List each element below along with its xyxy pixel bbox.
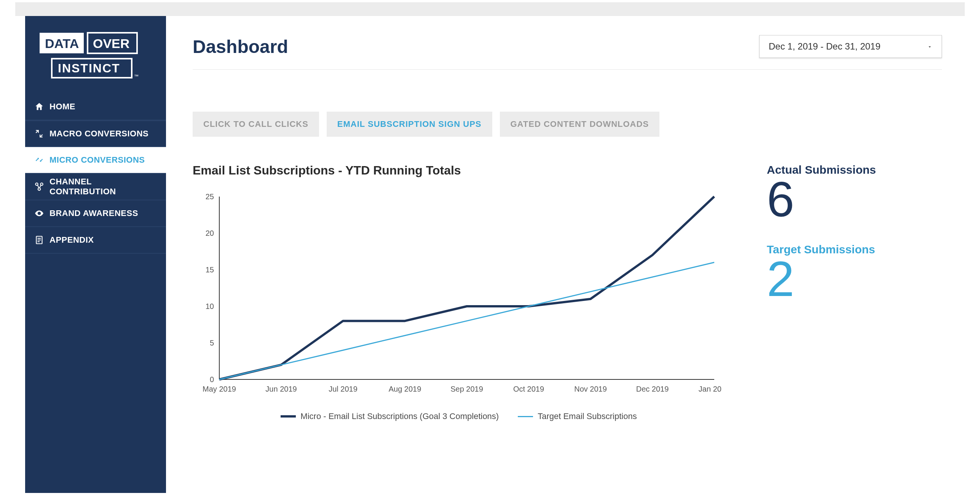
stat-target-value: 2 — [767, 254, 942, 304]
svg-text:Dec 2019: Dec 2019 — [636, 385, 669, 393]
brand-instinct-text: INSTINCT — [58, 61, 120, 75]
brand-over-text: OVER — [93, 36, 129, 51]
legend-label: Target Email Subscriptions — [538, 411, 637, 421]
home-icon — [34, 102, 44, 112]
line-chart: 0510152025May 2019Jun 2019Jul 2019Aug 20… — [193, 189, 722, 402]
sidebar-item-brand-awareness[interactable]: BRAND AWARENESS — [25, 200, 166, 227]
sidebar-item-label: MACRO CONVERSIONS — [49, 129, 148, 139]
sidebar-item-label: BRAND AWARENESS — [49, 208, 138, 218]
tab-email-subscription[interactable]: EMAIL SUBSCRIPTION SIGN UPS — [327, 112, 492, 137]
legend-item-actual: Micro - Email List Subscriptions (Goal 3… — [281, 411, 499, 421]
app-root: DATA OVER INSTINCT ™ HOME MACRO CONVERSI… — [0, 0, 980, 496]
appendix-icon — [34, 235, 44, 245]
chart-column: Email List Subscriptions - YTD Running T… — [193, 163, 725, 421]
sidebar-item-label: CHANNEL CONTRIBUTION — [49, 177, 157, 197]
brand-logo: DATA OVER INSTINCT ™ — [25, 16, 166, 94]
tab-click-to-call[interactable]: CLICK TO CALL CLICKS — [193, 112, 319, 137]
sidebar-item-home[interactable]: HOME — [25, 94, 166, 120]
sidebar-item-macro-conversions[interactable]: MACRO CONVERSIONS — [25, 120, 166, 147]
macro-icon — [34, 129, 44, 139]
channel-icon — [34, 182, 44, 192]
svg-text:25: 25 — [206, 192, 214, 201]
sidebar-item-label: HOME — [49, 102, 75, 112]
svg-text:Jun 2019: Jun 2019 — [265, 385, 297, 393]
svg-text:5: 5 — [210, 339, 214, 347]
legend-swatch-navy — [281, 415, 296, 418]
stat-actual-value: 6 — [767, 174, 942, 224]
date-range-text: Dec 1, 2019 - Dec 31, 2019 — [769, 41, 881, 52]
sidebar-item-appendix[interactable]: APPENDIX — [25, 227, 166, 254]
tabs: CLICK TO CALL CLICKS EMAIL SUBSCRIPTION … — [193, 112, 942, 137]
sidebar-item-micro-conversions[interactable]: MICRO CONVERSIONS — [25, 147, 166, 174]
sidebar-item-label: APPENDIX — [49, 235, 94, 245]
svg-text:20: 20 — [206, 229, 214, 237]
chart-legend: Micro - Email List Subscriptions (Goal 3… — [193, 411, 725, 421]
sidebar-item-label: MICRO CONVERSIONS — [49, 155, 145, 165]
eye-icon — [34, 208, 44, 218]
header-row: Dashboard Dec 1, 2019 - Dec 31, 2019 — [193, 35, 942, 70]
sidebar-item-channel-contribution[interactable]: CHANNEL CONTRIBUTION — [25, 174, 166, 200]
date-range-picker[interactable]: Dec 1, 2019 - Dec 31, 2019 — [759, 35, 942, 58]
svg-text:Sep 2019: Sep 2019 — [450, 385, 483, 393]
svg-text:0: 0 — [210, 375, 214, 384]
caret-down-icon — [927, 41, 932, 52]
svg-point-5 — [38, 188, 41, 190]
svg-text:May 2019: May 2019 — [203, 385, 236, 393]
svg-text:15: 15 — [206, 266, 214, 274]
tab-gated-content[interactable]: GATED CONTENT DOWNLOADS — [500, 112, 660, 137]
svg-text:Oct 2019: Oct 2019 — [513, 385, 544, 393]
sidebar-nav: HOME MACRO CONVERSIONS MICRO CONVERSIONS… — [25, 94, 166, 254]
brand-tm: ™ — [134, 74, 139, 79]
stats-column: Actual Submissions 6 Target Submissions … — [767, 163, 942, 421]
panel: Email List Subscriptions - YTD Running T… — [193, 163, 942, 421]
top-strip — [15, 2, 965, 16]
legend-swatch-blue — [518, 416, 533, 417]
chart-box: 0510152025May 2019Jun 2019Jul 2019Aug 20… — [193, 189, 725, 404]
svg-text:Jul 2019: Jul 2019 — [329, 385, 358, 393]
svg-text:Aug 2019: Aug 2019 — [389, 385, 421, 393]
micro-icon — [34, 155, 44, 165]
svg-text:10: 10 — [206, 302, 214, 310]
legend-label: Micro - Email List Subscriptions (Goal 3… — [300, 411, 499, 421]
svg-text:Jan 2020: Jan 2020 — [699, 385, 722, 393]
svg-text:Nov 2019: Nov 2019 — [574, 385, 607, 393]
main-content: Dashboard Dec 1, 2019 - Dec 31, 2019 CLI… — [166, 16, 965, 493]
page-title: Dashboard — [193, 36, 288, 57]
brand-data-text: DATA — [45, 36, 79, 51]
legend-item-target: Target Email Subscriptions — [518, 411, 637, 421]
chart-title: Email List Subscriptions - YTD Running T… — [193, 163, 725, 178]
sidebar: DATA OVER INSTINCT ™ HOME MACRO CONVERSI… — [25, 16, 166, 493]
